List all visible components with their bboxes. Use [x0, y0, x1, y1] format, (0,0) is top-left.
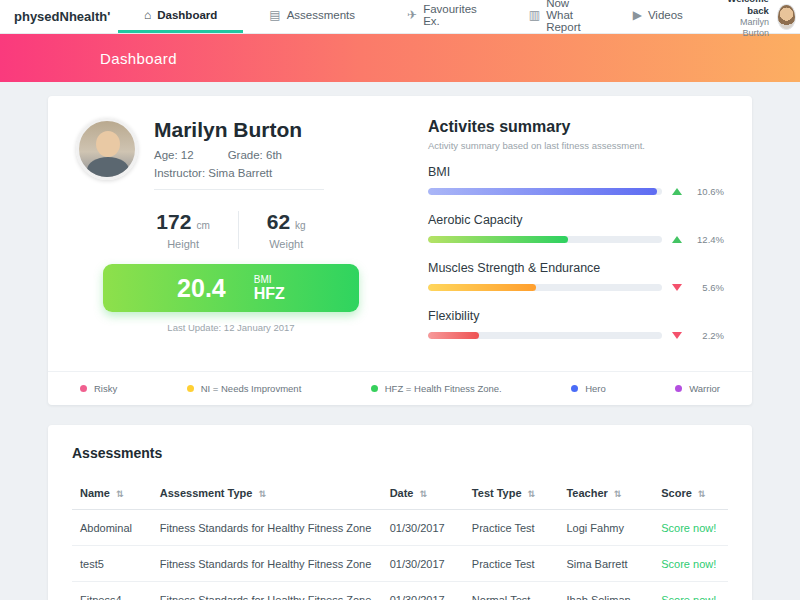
nav-items: ⌂ Dashboard ▤ Assessments ✈ Favourites E… [118, 0, 709, 33]
nav-assessments[interactable]: ▤ Assessments [243, 0, 381, 33]
weight-unit: kg [295, 220, 306, 231]
sort-icon: ⇅ [116, 489, 124, 499]
nav-dashboard-label: Dashboard [157, 9, 217, 21]
summary-subtitle: Activity summary based on last fitness a… [428, 140, 724, 151]
trend-down-icon [672, 284, 682, 291]
cell-name: Abdominal [72, 510, 152, 546]
weight-value: 62 [267, 210, 290, 233]
cell-assessment-type: Fitness Standards for Healthy Fitness Zo… [152, 546, 382, 582]
bmi-badge[interactable]: 20.4 BMI HFZ [103, 264, 359, 312]
metric-change: 5.6% [692, 282, 724, 293]
sort-date[interactable]: Date⇅ [382, 477, 464, 510]
score-now-link[interactable]: Score now! [661, 558, 716, 570]
score-now-link[interactable]: Score now! [661, 594, 716, 600]
progress-bar [428, 332, 662, 339]
nav-report-label: Now What Report [546, 0, 581, 33]
page-title: Dashboard [100, 50, 177, 67]
user-avatar[interactable] [777, 4, 797, 30]
cell-teacher: Logi Fahmy [558, 510, 653, 546]
activities-summary-panel: Activites summary Activity summary based… [406, 118, 724, 357]
student-instructor: Instructor: Sima Barrett [154, 167, 324, 190]
progress-bar [428, 284, 662, 291]
top-navbar: physedNhealth' ⌂ Dashboard ▤ Assessments… [0, 0, 800, 34]
legend-hero: Hero [571, 383, 606, 394]
user-menu[interactable]: Welcome back Marilyn Burton [709, 0, 800, 33]
assessments-card: Assessments Name⇅ Assessment Type⇅ Date⇅… [48, 425, 752, 600]
assessments-title: Assessments [72, 445, 728, 461]
score-now-link[interactable]: Score now! [661, 522, 716, 534]
cell-test-type: Practice Test [464, 546, 559, 582]
sort-assessment-type[interactable]: Assessment Type⇅ [152, 477, 382, 510]
trend-up-icon [672, 236, 682, 243]
favourites-icon: ✈ [407, 8, 417, 22]
table-row: Fitness4 Fitness Standards for Healthy F… [72, 582, 728, 600]
sort-teacher[interactable]: Teacher⇅ [558, 477, 653, 510]
metric-label: BMI [428, 165, 724, 179]
sort-test-type[interactable]: Test Type⇅ [464, 477, 559, 510]
welcome-label: Welcome back [721, 0, 769, 17]
ni-dot-icon [187, 385, 194, 392]
metric-change: 12.4% [692, 234, 724, 245]
play-icon: ▶ [633, 8, 642, 22]
sort-score[interactable]: Score⇅ [653, 477, 728, 510]
nav-dashboard[interactable]: ⌂ Dashboard [118, 0, 243, 33]
last-update: Last Update: 12 January 2017 [76, 322, 386, 333]
sort-name[interactable]: Name⇅ [72, 477, 152, 510]
bmi-label: BMI [254, 274, 285, 285]
metric-flexibility: Flexibility 2.2% [428, 309, 724, 341]
weight-stat: 62kg Weight [267, 210, 306, 250]
nav-videos[interactable]: ▶ Videos [607, 0, 709, 33]
sort-icon: ⇅ [419, 489, 427, 499]
bmi-value: 20.4 [177, 274, 226, 303]
dashboard-icon: ⌂ [144, 8, 151, 22]
student-age: Age: 12 [154, 149, 194, 161]
cell-name: Fitness4 [72, 582, 152, 600]
cell-date: 01/30/2017 [382, 582, 464, 600]
main-content: Marilyn Burton Age: 12 Grade: 6th Instru… [0, 82, 800, 600]
profile-panel: Marilyn Burton Age: 12 Grade: 6th Instru… [76, 118, 406, 357]
metric-label: Flexibility [428, 309, 724, 323]
legend-risky: Risky [80, 383, 117, 394]
body-stats: 172cm Height 62kg Weight [76, 210, 386, 250]
nav-favourites[interactable]: ✈ Favourites Ex. [381, 0, 503, 33]
cell-assessment-type: Fitness Standards for Healthy Fitness Zo… [152, 510, 382, 546]
cell-test-type: Normal Test [464, 582, 559, 600]
cell-assessment-type: Fitness Standards for Healthy Fitness Zo… [152, 582, 382, 600]
student-grade: Grade: 6th [228, 149, 282, 161]
zone-legend: Risky NI = Needs Improvment HFZ = Health… [48, 371, 752, 405]
height-value: 172 [156, 210, 191, 233]
cell-date: 01/30/2017 [382, 546, 464, 582]
legend-hfz: HFZ = Health Fitness Zone. [371, 383, 502, 394]
nav-assessments-label: Assessments [287, 9, 355, 21]
table-row: test5 Fitness Standards for Healthy Fitn… [72, 546, 728, 582]
progress-bar [428, 188, 662, 195]
assessments-table: Name⇅ Assessment Type⇅ Date⇅ Test Type⇅ … [72, 477, 728, 600]
metric-aerobic-capacity: Aerobic Capacity 12.4% [428, 213, 724, 245]
warrior-dot-icon [675, 385, 682, 392]
metric-label: Aerobic Capacity [428, 213, 724, 227]
height-stat: 172cm Height [156, 210, 209, 250]
weight-label: Weight [267, 238, 306, 250]
report-icon: ▥ [529, 8, 540, 22]
sort-icon: ⇅ [528, 489, 536, 499]
student-name: Marilyn Burton [154, 118, 324, 142]
legend-warrior: Warrior [675, 383, 720, 394]
nav-now-what-report[interactable]: ▥ Now What Report [503, 0, 607, 33]
user-name: Marilyn Burton [721, 17, 769, 40]
brand-logo[interactable]: physedNhealth' [0, 0, 118, 33]
hfz-dot-icon [371, 385, 378, 392]
cell-test-type: Practice Test [464, 510, 559, 546]
stats-divider [238, 211, 239, 249]
cell-date: 01/30/2017 [382, 510, 464, 546]
sort-icon: ⇅ [614, 489, 622, 499]
bmi-zone: HFZ [254, 285, 285, 303]
trend-down-icon [672, 332, 682, 339]
height-label: Height [156, 238, 209, 250]
page-banner: Dashboard [0, 34, 800, 82]
table-header-row: Name⇅ Assessment Type⇅ Date⇅ Test Type⇅ … [72, 477, 728, 510]
metric-muscles-strength: Muscles Strength & Endurance 5.6% [428, 261, 724, 293]
summary-title: Activites summary [428, 118, 724, 136]
metric-change: 10.6% [692, 186, 724, 197]
metric-bmi: BMI 10.6% [428, 165, 724, 197]
trend-up-icon [672, 188, 682, 195]
